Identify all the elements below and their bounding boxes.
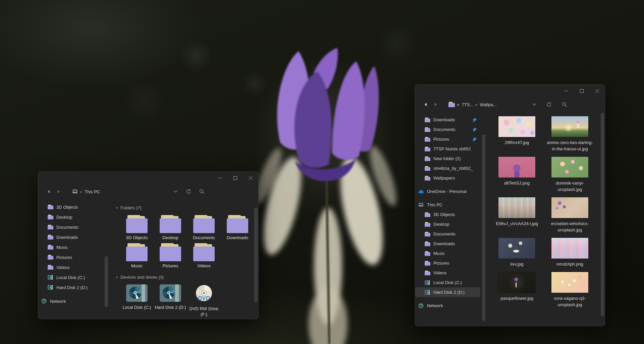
sidebar-item-7tsp-numix-zb652[interactable]: 7TSP Numix zb652 [415,144,482,154]
address-dropdown-icon[interactable] [174,190,178,193]
file-tile-sora-sagano-q3-unsplash-jpg[interactable]: sora-sagano-q3-unsplash.jpg [543,272,596,313]
back-button[interactable] [44,190,54,194]
file-tile-livv-jpg[interactable]: livv.jpg [490,238,543,272]
sidebar-scrollbar[interactable] [482,112,486,326]
sidebar-item-pictures[interactable]: Pictures [415,134,482,144]
forward-button[interactable] [54,190,64,194]
scrollbar-thumb[interactable] [601,113,604,317]
file-tile-pasqueflower-jpg[interactable]: pasqueflower.jpg [490,272,543,313]
sidebar-scrollbar[interactable] [104,199,109,319]
sidebar-item-hard-disk-2-d[interactable]: Hard Disk 2 (D:) [415,287,480,297]
section-header-devices-and-drives-3[interactable]: ▾Devices and drives (3) [116,275,250,280]
file-tile-nmxbxph-png[interactable]: nmxbXph.png [543,238,596,272]
sidebar-item-downloads[interactable]: Downloads [415,115,482,125]
back-button[interactable] [421,102,431,107]
sidebar-item-pictures[interactable]: Pictures [415,258,482,268]
close-icon [595,89,599,93]
sidebar-item-local-disk-c[interactable]: Local Disk (C:) [415,278,482,287]
sidebar-item-music[interactable]: Music [415,249,482,258]
sidebar-item-label: Wallpapers [433,176,455,181]
refresh-icon[interactable] [186,189,191,194]
sidebar-item-documents[interactable]: Documents [415,125,482,134]
item-tile-3d-objects[interactable]: 3D Objects [120,215,154,243]
file-tile-29rnz4t-jpg[interactable]: 29Rnz4T.jpg [490,116,543,157]
item-tile-music[interactable]: Music [120,243,154,271]
item-tile-pictures[interactable]: Pictures [154,243,187,271]
minimize-icon [218,176,222,180]
sidebar-item-desktop[interactable]: Desktop [415,219,482,229]
file-name: pasqueflower.jpg [492,295,542,301]
scrollbar-thumb[interactable] [105,256,108,307]
this-pc-icon [72,189,78,194]
file-thumbnail [498,238,535,259]
file-tile-e56vj-uvcaa24-l-jpg[interactable]: E56vJ_uVcAA24-l.jpg [490,197,543,238]
item-tile-documents[interactable]: Documents [187,215,221,243]
sidebar-item-label: Desktop [433,222,449,227]
file-tile-erzsebet-vehofsics-unsplash-jpg[interactable]: erzsebet-vehofsics-unsplash.jpg [543,197,596,238]
folder-icon [47,265,53,270]
address-dropdown-icon[interactable] [532,103,536,106]
sidebar-item-documents[interactable]: Documents [415,229,482,239]
minimize-button[interactable] [212,172,227,184]
breadcrumb-this-pc[interactable]: This PC [85,189,100,194]
sidebar-item-pictures[interactable]: Pictures [38,252,104,262]
sidebar-item-desktop[interactable]: Desktop [38,212,104,222]
file-tile-anime-zero-two-darling-in-the-franxx-ul-jpg[interactable]: anime-zero-two-darling-in-the-franxx-ul.… [543,116,596,157]
sidebar-item-label: 3D Objects [433,212,455,217]
close-button[interactable] [243,172,258,184]
sidebar-item-local-disk-c[interactable]: Local Disk (C:) [38,272,104,282]
file-thumbnail [498,197,535,218]
scrollbar-thumb[interactable] [254,208,258,302]
sidebar-item-wallpapers[interactable]: Wallpapers [415,173,482,183]
item-tile-local-disk-c[interactable]: Local Disk (C:) [120,284,154,319]
maximize-button[interactable] [227,172,243,184]
item-tile-hard-disk-2-d[interactable]: Hard Disk 2 (D:) [154,284,187,319]
content-scrollbar[interactable] [254,199,258,319]
sidebar-item-3d-objects[interactable]: 3D Objects [38,202,104,212]
item-tile-downloads[interactable]: Downloads [221,215,254,243]
maximize-button[interactable] [574,85,589,97]
sidebar-item-videos[interactable]: Videos [415,268,482,278]
file-tile-d6tehsj-png[interactable]: d6TehSJ.png [490,157,543,197]
explorer-window-this-pc: ▸ This PC 3D ObjectsDesktopDocumentsDown… [38,171,259,319]
forward-button[interactable] [431,102,441,107]
sidebar-item-network[interactable]: Network [415,301,482,311]
scrollbar-thumb[interactable] [482,134,485,321]
content-scrollbar[interactable] [600,112,605,326]
refresh-icon[interactable] [546,102,552,107]
folder-icon [424,251,430,256]
devices-grid: Local Disk (C:)Hard Disk 2 (D:)DVDDVD RW… [120,284,250,319]
item-tile-videos[interactable]: Videos [187,243,221,271]
search-icon[interactable] [562,102,567,107]
sidebar-item-3d-objects[interactable]: 3D Objects [415,210,482,219]
minimize-button[interactable] [558,85,574,97]
file-name: erzsebet-vehofsics-unsplash.jpg [545,220,595,233]
item-tile-desktop[interactable]: Desktop [154,215,187,243]
sidebar-item-downloads[interactable]: Downloads [38,232,104,242]
sidebar-item-label: Desktop [56,215,72,220]
folder-big-icon [160,215,181,233]
section-header-folders-7[interactable]: ▾Folders (7) [116,205,250,210]
file-name: dominik-vanyi-unsplash.jpg [545,180,595,193]
sidebar-item-this-pc[interactable]: This PC [415,200,482,210]
breadcrumb-parent[interactable]: 7TS... [462,102,474,107]
sidebar-item-onedrive-personal[interactable]: OneDrive - Personal [415,187,482,196]
sidebar-item-music[interactable]: Music [38,242,104,252]
sidebar-item-new-folder-2[interactable]: New folder (2) [415,154,482,163]
sidebar-item-strelitzia-by-zb652[interactable]: strelitzia_by_zb652_ [415,163,482,173]
search-icon[interactable] [199,189,205,194]
sidebar-item-downloads[interactable]: Downloads [415,239,482,249]
breadcrumb-current[interactable]: Wallpa... [480,102,497,107]
file-tile-dominik-vanyi-unsplash-jpg[interactable]: dominik-vanyi-unsplash.jpg [543,157,596,197]
sidebar-item-videos[interactable]: Videos [38,262,104,272]
close-button[interactable] [589,85,605,97]
sidebar-item-label: Network [50,299,66,304]
file-thumbnail [498,157,535,178]
sidebar-item-network[interactable]: Network [38,296,104,306]
sidebar-item-documents[interactable]: Documents [38,222,104,232]
explorer-window-wallpapers: « 7TS... ▸ Wallpa... DownloadsDocumentsP… [415,84,605,326]
content-pane: 29Rnz4T.jpganime-zero-two-darling-in-the… [486,112,600,326]
item-tile-dvd-rw-drive-f[interactable]: DVDDVD RW Drive (F:) [187,284,221,319]
breadcrumb-collapsed[interactable]: « [457,102,460,107]
sidebar-item-hard-disk-2-d[interactable]: Hard Disk 2 (D:) [38,282,104,292]
